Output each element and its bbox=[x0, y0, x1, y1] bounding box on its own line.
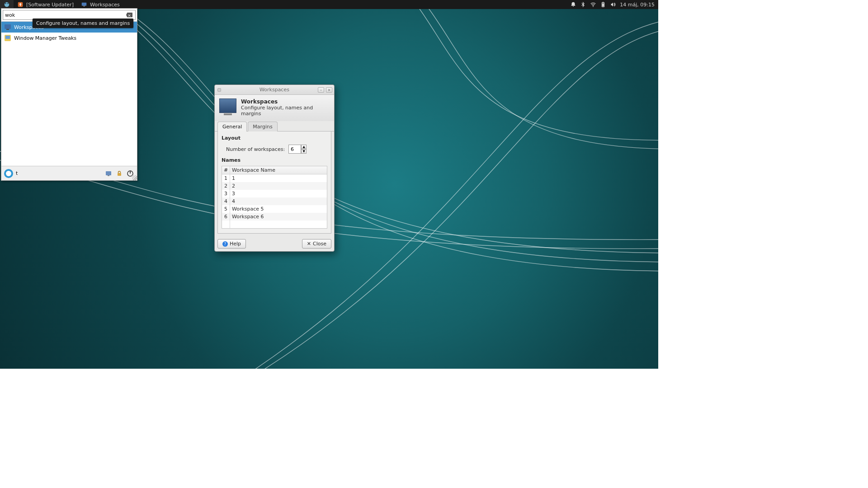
svg-rect-15 bbox=[108, 175, 109, 176]
avatar[interactable] bbox=[4, 169, 13, 178]
tooltip: Configure layout, names and margins bbox=[33, 19, 133, 28]
svg-point-6 bbox=[593, 6, 594, 7]
notification-icon[interactable] bbox=[570, 1, 576, 8]
wm-tweaks-icon bbox=[4, 34, 11, 42]
minimize-button[interactable]: – bbox=[318, 87, 324, 93]
svg-rect-16 bbox=[118, 173, 121, 176]
workspace-names-table[interactable]: # Workspace Name 11 22 33 44 5Workspace … bbox=[222, 166, 327, 229]
taskbar-label: [Software Updater] bbox=[26, 2, 74, 8]
tab-general[interactable]: General bbox=[217, 122, 247, 131]
num-workspaces-input[interactable] bbox=[288, 145, 301, 154]
svg-rect-11 bbox=[6, 29, 9, 30]
search-results-list: Workspaces Window Manager Tweaks bbox=[1, 21, 137, 166]
close-dialog-button[interactable]: ✕ Close bbox=[302, 239, 331, 249]
xfce-mouse-icon bbox=[4, 1, 10, 8]
menu-item-label: Window Manager Tweaks bbox=[14, 35, 76, 41]
tab-general-body: Layout Number of workspaces: ▲ ▼ Names #… bbox=[217, 131, 331, 234]
tabs: General Margins bbox=[215, 121, 334, 131]
tab-margins[interactable]: Margins bbox=[248, 122, 277, 131]
svg-rect-13 bbox=[5, 36, 10, 39]
table-row-empty bbox=[222, 221, 327, 228]
panel-clock[interactable]: 14 máj, 09:15 bbox=[620, 2, 655, 8]
svg-rect-9 bbox=[603, 3, 604, 6]
svg-rect-4 bbox=[82, 3, 87, 6]
dialog-header-title: Workspaces bbox=[241, 99, 278, 105]
desktop: [Software Updater] Workspaces bbox=[0, 0, 658, 369]
svg-rect-10 bbox=[5, 24, 11, 29]
names-section-label: Names bbox=[222, 157, 327, 163]
resize-grip[interactable] bbox=[132, 175, 137, 181]
taskbar-item-software-updater[interactable]: [Software Updater] bbox=[14, 0, 77, 9]
svg-point-1 bbox=[5, 3, 7, 5]
table-row[interactable]: 22 bbox=[222, 182, 327, 190]
taskbar-item-workspaces[interactable]: Workspaces bbox=[77, 0, 123, 9]
col-index-header[interactable]: # bbox=[222, 166, 230, 174]
app-menu-popup: × Configure layout, names and margins Wo… bbox=[1, 8, 137, 181]
svg-point-2 bbox=[7, 3, 9, 5]
lock-icon[interactable] bbox=[115, 169, 123, 178]
username-label: t bbox=[16, 170, 18, 176]
dialog-button-bar: ? Help ✕ Close bbox=[215, 236, 334, 251]
spin-up-button[interactable]: ▲ bbox=[301, 145, 307, 149]
clear-search-icon[interactable]: × bbox=[126, 13, 132, 18]
menu-footer: t bbox=[1, 166, 137, 180]
svg-rect-5 bbox=[83, 6, 85, 7]
window-title: Workspaces bbox=[259, 87, 289, 93]
menu-item-wm-tweaks[interactable]: Window Manager Tweaks bbox=[1, 33, 137, 43]
svg-rect-14 bbox=[106, 171, 111, 175]
table-row[interactable]: 5Workspace 5 bbox=[222, 205, 327, 213]
bluetooth-icon[interactable] bbox=[580, 1, 586, 8]
svg-rect-8 bbox=[603, 2, 604, 2]
num-workspaces-label: Number of workspaces: bbox=[226, 146, 285, 152]
volume-icon[interactable] bbox=[610, 1, 616, 8]
titlebar[interactable]: Workspaces – × bbox=[215, 85, 334, 95]
workspaces-icon bbox=[81, 1, 87, 8]
table-row[interactable]: 33 bbox=[222, 190, 327, 197]
taskbar-label: Workspaces bbox=[90, 2, 120, 8]
updater-icon bbox=[17, 1, 24, 8]
workspaces-app-icon bbox=[4, 23, 11, 31]
col-name-header[interactable]: Workspace Name bbox=[230, 166, 327, 174]
close-icon: ✕ bbox=[307, 241, 311, 247]
top-panel: [Software Updater] Workspaces bbox=[0, 0, 658, 9]
table-row[interactable]: 6Workspace 6 bbox=[222, 213, 327, 221]
table-row[interactable]: 44 bbox=[222, 197, 327, 205]
dialog-header-subtitle: Configure layout, names and margins bbox=[241, 105, 313, 117]
wifi-icon[interactable] bbox=[590, 1, 596, 8]
workspaces-dialog: Workspaces – × Workspaces Configure layo… bbox=[214, 84, 335, 252]
whisker-menu-button[interactable] bbox=[0, 0, 14, 9]
num-workspaces-spinner[interactable]: ▲ ▼ bbox=[288, 145, 307, 154]
help-icon: ? bbox=[222, 241, 228, 247]
help-button[interactable]: ? Help bbox=[217, 239, 246, 249]
dialog-header: Workspaces Configure layout, names and m… bbox=[215, 95, 334, 121]
titlebar-menu-icon[interactable] bbox=[217, 88, 221, 92]
layout-section-label: Layout bbox=[222, 135, 327, 141]
close-button[interactable]: × bbox=[326, 87, 332, 93]
settings-icon[interactable] bbox=[104, 169, 113, 178]
dialog-header-icon bbox=[219, 99, 236, 117]
battery-icon[interactable] bbox=[600, 1, 606, 8]
table-row[interactable]: 11 bbox=[222, 174, 327, 182]
spin-down-button[interactable]: ▼ bbox=[301, 149, 307, 154]
